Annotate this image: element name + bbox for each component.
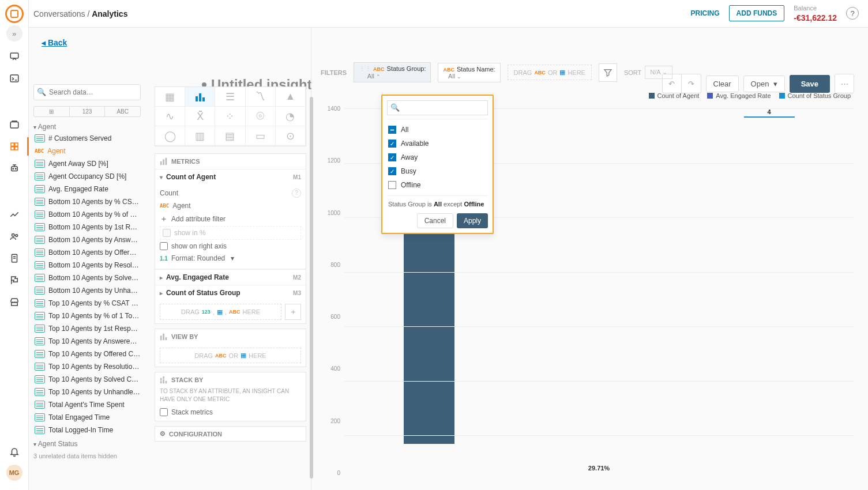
filter-chip-status-group[interactable]: ⋮⋮ ABCStatus Group: All ⌃ — [354, 62, 431, 82]
flag-icon[interactable] — [9, 274, 20, 286]
filter-drop-zone[interactable]: DRAG ABC OR ▦ HERE — [508, 65, 592, 80]
data-item[interactable]: Bottom 10 Agents by % of … — [32, 208, 145, 221]
config-header[interactable]: ⚙ CONFIGURATION — [155, 427, 306, 441]
data-item[interactable]: ABCAgent — [32, 145, 145, 157]
viz-line-icon[interactable]: 〽 — [246, 87, 276, 107]
filter-search-input[interactable] — [387, 100, 488, 115]
metrics-drop-zone[interactable]: DRAG 123 , ▦ , ABC HERE — [160, 304, 281, 320]
format-row[interactable]: 1.1Format: Rounded▾ — [160, 252, 301, 264]
filter-opt[interactable]: Offline — [387, 178, 488, 192]
data-item[interactable]: Top 10 Agents by Resolutio… — [32, 360, 145, 373]
viz-bubble-icon[interactable]: ⦾ — [246, 107, 276, 126]
data-item[interactable]: Bottom 10 Agents by Offer… — [32, 246, 145, 259]
svg-rect-1 — [10, 75, 18, 82]
bell-icon[interactable] — [9, 446, 20, 458]
type-pill-text[interactable]: ABC — [105, 107, 140, 116]
svg-rect-3 — [11, 143, 14, 146]
data-item[interactable]: Top 10 Agents by % of 1 To… — [32, 310, 145, 322]
data-item[interactable]: Top 10 Agents by Unhandle… — [32, 386, 145, 398]
stackby-header: STACK BY — [155, 372, 306, 387]
metric-2-header[interactable]: Avg. Engaged RateM2 — [155, 270, 306, 285]
collapse-toggle[interactable]: » — [6, 25, 22, 42]
metric-3-header[interactable]: Count of Status GroupM3 — [155, 285, 306, 300]
svg-point-9 — [15, 168, 16, 169]
data-item[interactable]: Agent Occupancy SD [%] — [32, 170, 145, 183]
data-group-agent-status[interactable]: Agent Status — [29, 436, 145, 449]
data-item[interactable]: # Customers Served — [32, 132, 145, 145]
viz-area-icon[interactable]: ▲ — [276, 87, 306, 107]
data-item[interactable]: Top 10 Agents by 1st Resp… — [32, 322, 145, 335]
viz-headline-icon[interactable]: X̄ — [185, 107, 215, 126]
data-panel: Back 🔍 ⊞ 123 ABC Agent # Customers Serve… — [29, 28, 150, 490]
team-icon[interactable] — [9, 231, 20, 242]
viz-pie-icon[interactable]: ◔ — [276, 107, 306, 126]
add-attr-filter[interactable]: ＋Add attribute filter — [160, 212, 301, 226]
svg-rect-16 — [160, 161, 162, 165]
store-icon[interactable] — [9, 296, 20, 308]
filter-funnel-icon[interactable] — [599, 63, 617, 82]
bot-icon[interactable] — [9, 163, 20, 174]
svg-rect-0 — [10, 53, 18, 58]
viz-donut-icon[interactable]: ◯ — [155, 126, 185, 146]
data-group-agent[interactable]: Agent — [29, 119, 145, 132]
docs-icon[interactable] — [9, 252, 20, 264]
viz-heatmap-icon[interactable]: ▤ — [215, 126, 245, 146]
viz-treemap-icon[interactable]: ▥ — [185, 126, 215, 146]
search-icon: 🔍 — [37, 88, 46, 96]
show-right-axis[interactable]: show on right axis — [160, 240, 301, 252]
show-in-percent[interactable]: show in % — [160, 226, 301, 240]
terminal-icon[interactable] — [9, 73, 20, 84]
data-item[interactable]: Avg. Engaged Rate — [32, 183, 145, 195]
viz-scatter-icon[interactable]: ⁘ — [215, 107, 245, 126]
filter-summary: Status Group is All except Offline — [387, 196, 488, 213]
type-pill-numeric[interactable]: 123 — [70, 107, 106, 116]
data-item[interactable]: Bottom 10 Agents by Resol… — [32, 259, 145, 272]
data-item[interactable]: Bottom 10 Agents by % CS… — [32, 195, 145, 208]
viz-combo-icon[interactable]: ∿ — [155, 107, 185, 126]
viz-column-icon[interactable] — [185, 87, 215, 107]
back-link[interactable]: Back — [42, 38, 67, 47]
viewby-drop-zone[interactable]: DRAG ABC OR ▦ HERE — [160, 348, 301, 363]
analytics-icon[interactable] — [9, 141, 20, 152]
data-item[interactable]: Bottom 10 Agents by 1st R… — [32, 221, 145, 233]
filter-opt[interactable]: ✓Away — [387, 150, 488, 164]
add-funds-button[interactable]: ADD FUNDS — [729, 5, 785, 21]
filter-opt[interactable]: ✓Busy — [387, 164, 488, 178]
add-metric-button[interactable]: ＋ — [285, 304, 301, 320]
data-item[interactable]: Bottom 10 Agents by Unha… — [32, 284, 145, 297]
data-item[interactable]: Total Agent's Time Spent — [32, 398, 145, 411]
type-pill-all[interactable]: ⊞ — [34, 107, 70, 116]
builder-panel: ▦ ☰ 〽 ▲ ∿ X̄ ⁘ ⦾ ◔ ◯ ▥ ▤ ▭ ⊙ — [150, 28, 311, 490]
stack-metrics-checkbox[interactable]: Stack metrics — [155, 408, 306, 421]
data-item[interactable]: Bottom 10 Agents by Solve… — [32, 272, 145, 284]
help-icon[interactable]: ? — [846, 7, 859, 20]
filter-opt-all[interactable]: ━All — [387, 123, 488, 137]
data-item[interactable]: Top 10 Agents by Offered C… — [32, 348, 145, 360]
inbox-icon[interactable] — [9, 119, 20, 130]
type-filter[interactable]: ⊞ 123 ABC — [33, 106, 141, 117]
data-item[interactable]: Top 10 Agents by % CSAT … — [32, 297, 145, 310]
search-data-input[interactable] — [33, 84, 141, 100]
filter-chip-status-name[interactable]: ABCStatus Name: All ⌄ — [438, 63, 500, 82]
metric-help-icon[interactable]: ? — [292, 189, 301, 198]
data-item[interactable]: Total Logged-In Time — [32, 424, 145, 436]
data-item[interactable]: Total Engaged Time — [32, 411, 145, 424]
svg-rect-13 — [196, 96, 198, 101]
data-item[interactable]: Top 10 Agents by Answere… — [32, 335, 145, 348]
conversations-icon[interactable] — [9, 51, 20, 62]
metric-1-header[interactable]: Count of AgentM1 — [155, 169, 306, 184]
filter-cancel-button[interactable]: Cancel — [417, 213, 453, 228]
trends-icon[interactable] — [9, 209, 20, 220]
data-item[interactable]: Bottom 10 Agents by Answ… — [32, 233, 145, 246]
viz-bar-icon[interactable]: ☰ — [215, 87, 245, 107]
filter-opt[interactable]: ✓Available — [387, 137, 488, 150]
data-item[interactable]: Agent Away SD [%] — [32, 157, 145, 170]
filter-apply-button[interactable]: Apply — [457, 213, 488, 228]
data-item[interactable]: Top 10 Agents by Solved C… — [32, 373, 145, 386]
viz-table-icon[interactable]: ▦ — [155, 87, 185, 107]
viz-bullet-icon[interactable]: ▭ — [246, 126, 276, 146]
viz-geo-icon[interactable]: ⊙ — [276, 126, 306, 146]
avatar[interactable]: MG — [6, 465, 22, 481]
pricing-link[interactable]: PRICING — [691, 9, 720, 17]
sort-select[interactable]: N/A ⌄ — [645, 66, 672, 79]
